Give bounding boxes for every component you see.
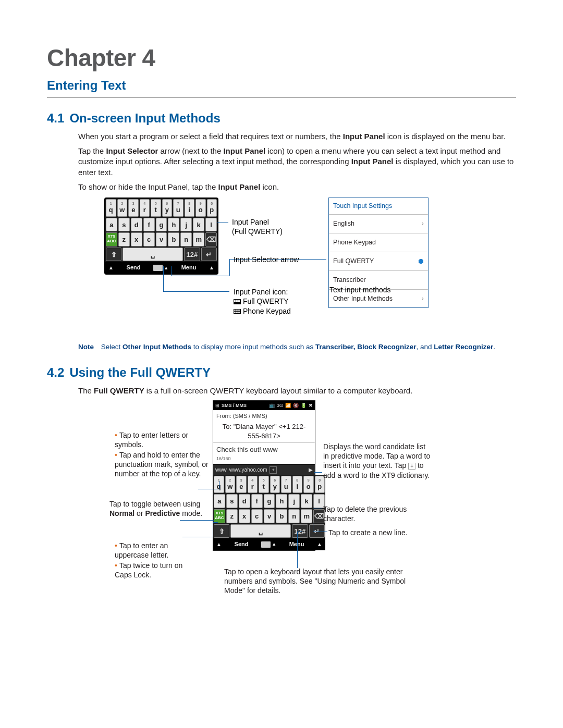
section-title: On-screen Input Methods <box>69 111 220 125</box>
callout-tap-hold: Tap and hold to enter the punctuation ma… <box>115 450 209 479</box>
full-qwerty-mini-icon <box>234 299 241 304</box>
key-x: x <box>131 232 142 246</box>
chapter-subtitle: Entering Text <box>47 77 516 97</box>
numeric-key: 12# <box>292 524 308 538</box>
key-o: 9o <box>303 476 314 493</box>
chevron-right-icon: › <box>422 294 424 303</box>
xt9-abc-key: XT9ABC <box>106 232 117 246</box>
phone-keypad-mini-icon <box>234 309 241 314</box>
windows-flag-icon: ⊞ <box>215 402 219 409</box>
key-a: a <box>214 494 225 508</box>
key-g: g <box>156 218 167 232</box>
key-h: h <box>276 494 287 508</box>
space-key: ␣ <box>230 524 291 538</box>
callout-tap-letters: Tap to enter letters or symbols. <box>115 430 203 449</box>
callout-numeric-symbol: Tap to open a keyboard layout that lets … <box>224 567 417 596</box>
phone-message-body: Check this out! www <box>213 442 315 455</box>
radio-selected-icon <box>418 258 424 264</box>
key-r: 4r <box>140 199 150 217</box>
input-panel-icon <box>153 265 163 271</box>
key-f: f <box>251 494 263 508</box>
full-qwerty-keyboard: 1q2w3e4r5t6y7u8i9o0p asdfghjkl XT9ABCzxc… <box>104 198 218 275</box>
key-v: v <box>156 232 167 246</box>
callout-candidate-list: Displays the word candidate list in pred… <box>323 442 433 480</box>
menu-softkey: Menu <box>181 264 197 272</box>
label-input-selector-arrow: Input Selector arrow <box>234 255 299 264</box>
key-w: 2w <box>117 199 128 217</box>
key-i: 8i <box>292 476 303 493</box>
delete-key: ⌫ <box>205 232 217 246</box>
note-other-input-methods: Note Select Other Input Methods to displ… <box>78 342 516 352</box>
send-softkey: Send <box>127 264 141 272</box>
para-4-1-a: When you start a program or select a fie… <box>78 131 516 142</box>
settings-item-full-qwerty: Full QWERTY <box>329 252 428 271</box>
section-title: Using the Full QWERTY <box>69 365 211 379</box>
key-h: h <box>168 218 179 232</box>
key-z: z <box>118 232 130 246</box>
key-z: z <box>226 509 238 523</box>
keyboard-bottom-bar: ▲ Send ▲ Menu ▲ <box>213 538 325 550</box>
key-g: g <box>264 494 275 508</box>
add-word-icon: + <box>270 466 276 474</box>
key-l: l <box>205 218 217 232</box>
key-j: j <box>288 494 300 508</box>
key-d: d <box>131 218 142 232</box>
key-i: 8i <box>185 199 195 217</box>
key-c: c <box>251 509 263 523</box>
phone-to-line: To: "Diana Mayer" <+1 212-555-6817> <box>213 422 315 442</box>
input-selector-arrow-icon: ▲ <box>164 265 168 271</box>
label-input-panel: Input Panel (Full QWERTY) <box>232 217 283 236</box>
figure-keyboard-and-settings: 1q2w3e4r5t6y7u8i9o0p asdfghjkl XT9ABCzxc… <box>104 198 516 338</box>
callout-newline: Tap to create a new line. <box>328 528 433 537</box>
key-b: b <box>168 232 179 246</box>
key-k: k <box>193 218 204 232</box>
key-j: j <box>180 218 192 232</box>
section-4-2-heading: 4.2Using the Full QWERTY <box>47 364 516 381</box>
callout-uppercase: Tap to enter an uppercase letter. <box>115 541 198 560</box>
chevron-right-icon: › <box>422 219 424 228</box>
key-m: m <box>301 509 312 523</box>
key-b: b <box>276 509 287 523</box>
para-4-2-a: The Full QWERTY is a full on-screen QWER… <box>78 386 516 396</box>
key-y: 6y <box>270 476 280 493</box>
key-m: m <box>193 232 204 246</box>
callout-caps-lock: Tap twice to turn on Caps Lock. <box>115 561 198 579</box>
keyboard-bottom-bar: ▲ Send ▲ Menu ▲ <box>105 262 217 274</box>
shift-key: ⇧ <box>106 248 121 262</box>
phone-status-bar: ⊞ SMS / MMS 📺3G📶🔇🔋✖ <box>213 401 315 410</box>
key-t: 5t <box>259 476 269 493</box>
phone-from-line: From: (SMS / MMS) <box>213 410 315 422</box>
key-c: c <box>143 232 155 246</box>
settings-header: Touch Input Settings <box>329 198 428 215</box>
key-t: 5t <box>151 199 161 217</box>
numeric-key: 12# <box>184 248 200 262</box>
add-word-inline-icon: + <box>408 463 415 470</box>
key-s: s <box>118 218 130 232</box>
key-s: s <box>226 494 238 508</box>
phone-mockup: ⊞ SMS / MMS 📺3G📶🔇🔋✖ From: (SMS / MMS) To… <box>213 400 315 551</box>
shift-key: ⇧ <box>214 524 229 538</box>
key-n: n <box>288 509 300 523</box>
figure-full-qwerty-callouts: ⊞ SMS / MMS 📺3G📶🔇🔋✖ From: (SMS / MMS) To… <box>78 400 516 624</box>
settings-item-phone-keypad: Phone Keypad <box>329 233 428 252</box>
key-x: x <box>239 509 250 523</box>
key-k: k <box>301 494 312 508</box>
phone-candidate-bar: www www.yahoo.com + ▶ <box>213 464 315 475</box>
space-key: ␣ <box>123 248 183 262</box>
enter-key: ↵ <box>309 524 325 538</box>
key-v: v <box>264 509 275 523</box>
key-u: 7u <box>173 199 183 217</box>
key-q: 1q <box>106 199 116 217</box>
callout-delete: Tap to delete the previous character. <box>323 504 422 523</box>
key-e: 3e <box>236 476 247 493</box>
key-n: n <box>180 232 192 246</box>
label-input-panel-icon: Input Panel icon: Full QWERTY Phone Keyp… <box>234 287 322 316</box>
key-d: d <box>239 494 250 508</box>
enter-key: ↵ <box>201 248 217 262</box>
phone-char-count: 16/160 <box>213 455 315 464</box>
xt9-abc-key: XT9ABC <box>214 509 225 523</box>
section-number: 4.1 <box>47 111 64 125</box>
callout-toggle-mode: Tap to toggle between using Normal or Pr… <box>109 499 209 518</box>
key-y: 6y <box>162 199 173 217</box>
section-4-1-heading: 4.1On-screen Input Methods <box>47 110 516 127</box>
